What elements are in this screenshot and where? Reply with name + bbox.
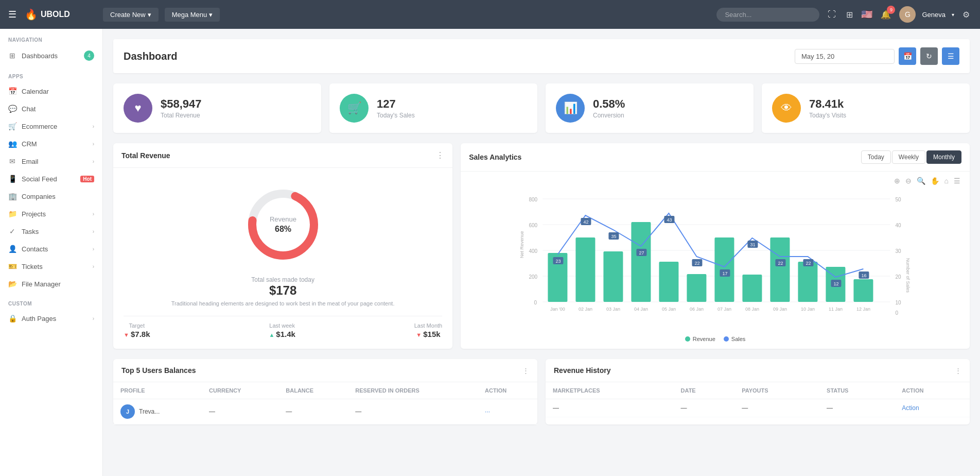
revenue-legend-label: Revenue (693, 336, 715, 342)
zoom-in-icon[interactable]: ⊕ (893, 176, 901, 186)
search-input[interactable] (716, 8, 819, 22)
nav-section-label: NAVIGATION (0, 29, 102, 46)
ecommerce-chevron-icon: › (93, 124, 94, 129)
conversion-label: Conversion (593, 112, 743, 119)
todays-visits-info: 78.41k Today's Visits (809, 97, 959, 119)
username-chevron-icon: ▾ (952, 12, 954, 18)
profile-cell: J Treva... (113, 399, 202, 424)
logo: 🔥 UBOLD (25, 8, 97, 21)
chart-metric-last-week: Last week ▲ $1.4k (269, 322, 295, 338)
marketplace-cell: — (546, 399, 674, 417)
tickets-label: Tickets (22, 263, 87, 270)
chart-metric-target: Target ▼ $7.8k (124, 322, 150, 338)
email-icon: ✉ (8, 157, 16, 165)
filter-button[interactable]: ☰ (942, 47, 959, 65)
social-feed-label: Social Feed (22, 175, 75, 183)
action-cell[interactable]: ··· (478, 399, 537, 424)
sidebar-item-chat[interactable]: 💬 Chat (0, 100, 102, 117)
tasks-chevron-icon: › (93, 229, 94, 234)
sidebar-item-auth-pages[interactable]: 🔒 Auth Pages › (0, 310, 102, 327)
col-action: Action (478, 382, 537, 399)
revenue-history-header: Revenue History ⋮ (546, 359, 970, 382)
menu-icon[interactable]: ☰ (953, 176, 961, 186)
svg-text:03 Jan: 03 Jan (606, 307, 620, 312)
sidebar-item-projects[interactable]: 📁 Projects › (0, 205, 102, 223)
sidebar-item-companies[interactable]: 🏢 Companies (0, 188, 102, 205)
ecommerce-icon: 🛒 (8, 122, 16, 130)
contacts-icon: 👤 (8, 245, 16, 253)
username-label[interactable]: Geneva (922, 11, 946, 19)
pan-icon[interactable]: ✋ (930, 176, 940, 186)
sidebar-item-tickets[interactable]: 🎫 Tickets › (0, 258, 102, 275)
todays-sales-icon: 🛒 (340, 94, 369, 123)
tab-weekly[interactable]: Weekly (892, 150, 925, 164)
tab-today[interactable]: Today (861, 150, 891, 164)
stat-cards: ♥ $58,947 Total Revenue 🛒 127 Today's Sa… (113, 83, 970, 133)
total-revenue-chart-title: Total Revenue (121, 151, 170, 160)
revenue-history-title: Revenue History (554, 366, 610, 375)
fullscreen-button[interactable]: ⛶ (826, 8, 838, 21)
svg-text:200: 200 (529, 274, 538, 280)
total-revenue-chart: Total Revenue ⋮ Revenue 68% Total sales … (113, 143, 452, 349)
main-content: Dashboard 📅 ↻ ☰ ♥ $58,947 Total Revenue … (103, 29, 980, 476)
mega-menu-button[interactable]: Mega Menu ▾ (165, 8, 220, 22)
create-new-button[interactable]: Create New ▾ (103, 8, 159, 22)
col-date: Date (674, 382, 735, 399)
sales-analytics-chart: Sales Analytics Today Weekly Monthly ⊕ ⊖… (461, 143, 970, 349)
rh-action-cell[interactable]: Action (895, 399, 970, 417)
sidebar-item-dashboards[interactable]: ⊞ Dashboards 4 (0, 46, 102, 65)
total-revenue-menu-icon[interactable]: ⋮ (436, 150, 444, 160)
notifications-button[interactable]: 🔔 9 (879, 8, 893, 22)
svg-text:Net Revenue: Net Revenue (520, 231, 525, 258)
hamburger-icon[interactable]: ☰ (8, 9, 16, 20)
calendar-button[interactable]: 📅 (899, 47, 916, 65)
avatar[interactable]: G (899, 6, 916, 23)
sidebar-item-social-feed[interactable]: 📱 Social Feed Hot (0, 170, 102, 188)
settings-icon[interactable]: ⚙ (960, 8, 972, 22)
tab-monthly[interactable]: Monthly (926, 150, 961, 164)
dashboards-icon: ⊞ (8, 52, 16, 60)
charts-row: Total Revenue ⋮ Revenue 68% Total sales … (113, 143, 970, 349)
sidebar-item-calendar[interactable]: 📅 Calendar (0, 82, 102, 100)
todays-sales-value: 127 (377, 97, 527, 111)
stat-card-todays-sales: 🛒 127 Today's Sales (329, 83, 537, 133)
tasks-icon: ✓ (8, 227, 16, 235)
sidebar-item-contacts[interactable]: 👤 Contacts › (0, 240, 102, 258)
ecommerce-label: Ecommerce (22, 123, 87, 130)
todays-sales-info: 127 Today's Sales (377, 97, 527, 119)
revenue-history-menu-icon[interactable]: ⋮ (955, 367, 961, 375)
bottom-row: Top 5 Users Balances ⋮ Profile Currency … (113, 359, 970, 424)
date-picker[interactable] (795, 49, 895, 64)
sidebar-item-file-manager[interactable]: 📂 File Manager (0, 275, 102, 293)
svg-text:27: 27 (639, 250, 644, 256)
sidebar-item-ecommerce[interactable]: 🛒 Ecommerce › (0, 117, 102, 135)
projects-label: Projects (22, 210, 87, 218)
sidebar-item-email[interactable]: ✉ Email › (0, 152, 102, 170)
home-icon[interactable]: ⌂ (943, 176, 950, 186)
mega-menu-chevron-icon: ▾ (209, 11, 213, 19)
calendar-icon: 📅 (8, 87, 16, 95)
svg-text:07 Jan: 07 Jan (717, 307, 731, 312)
zoom-out-icon[interactable]: ⊖ (904, 176, 913, 186)
svg-text:800: 800 (529, 197, 538, 202)
grid-button[interactable]: ⊞ (844, 8, 855, 22)
target-trend-icon: ▼ (124, 332, 131, 338)
conversion-info: 0.58% Conversion (593, 97, 743, 119)
language-flag-icon[interactable]: 🇺🇸 (861, 9, 872, 20)
apps-section-label: APPS (0, 65, 102, 82)
sidebar-item-crm[interactable]: 👥 CRM › (0, 135, 102, 152)
legend-revenue: Revenue (685, 336, 715, 342)
top-users-menu-icon[interactable]: ⋮ (522, 367, 529, 375)
sidebar-item-tasks[interactable]: ✓ Tasks › (0, 223, 102, 240)
page-header: Dashboard 📅 ↻ ☰ (113, 39, 970, 73)
refresh-button[interactable]: ↻ (920, 47, 938, 65)
chart-stats-label: Total sales made today (124, 276, 442, 283)
reserved-cell: — (348, 399, 478, 424)
metric-target-value: ▼ $7.8k (124, 330, 150, 338)
status-cell: — (819, 399, 895, 417)
top-users-title: Top 5 Users Balances (121, 366, 196, 375)
svg-text:68%: 68% (275, 225, 291, 233)
zoom-reset-icon[interactable]: 🔍 (916, 176, 926, 186)
sidebar: NAVIGATION ⊞ Dashboards 4 APPS 📅 Calenda… (0, 29, 103, 476)
last-week-trend-icon: ▲ (269, 332, 276, 338)
